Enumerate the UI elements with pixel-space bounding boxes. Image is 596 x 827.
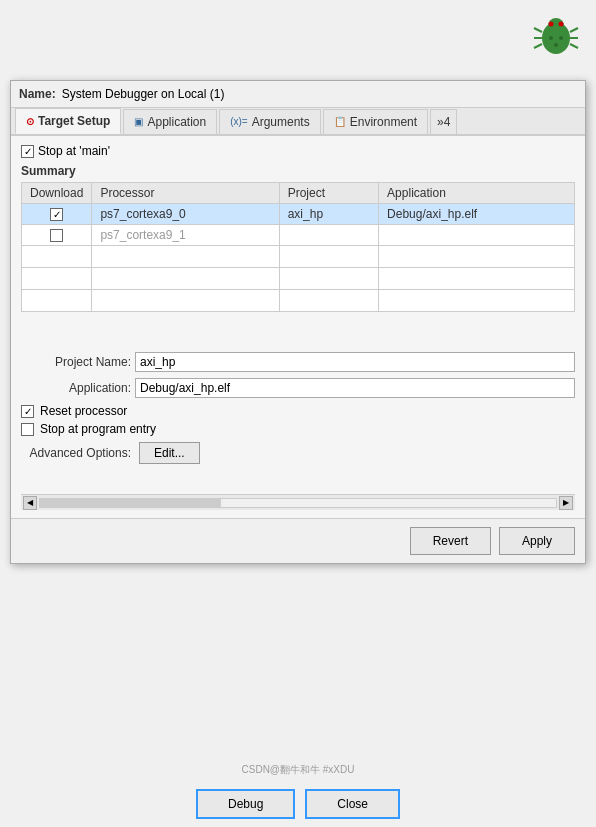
stop-at-main-checkbox[interactable] (21, 145, 34, 158)
tab-arguments[interactable]: (x)= Arguments (219, 109, 321, 134)
row1-processor: ps7_cortexa9_0 (92, 204, 279, 225)
debug-button[interactable]: Debug (196, 789, 295, 819)
svg-line-7 (570, 28, 578, 32)
scroll-left-arrow[interactable]: ◀ (23, 496, 37, 510)
row1-project: axi_hp (279, 204, 378, 225)
name-row: Name: System Debugger on Local (1) (11, 81, 585, 108)
row2-download[interactable] (22, 225, 92, 246)
target-setup-icon: ⊙ (26, 116, 34, 127)
top-logo-area (516, 0, 596, 70)
row2-project (279, 225, 378, 246)
name-field-value: System Debugger on Local (1) (62, 87, 225, 101)
row1-download[interactable] (22, 204, 92, 225)
tab-more[interactable]: »4 (430, 109, 457, 134)
table-header-row: Download Processor Project Application (22, 183, 575, 204)
summary-label: Summary (21, 164, 575, 178)
col-download: Download (22, 183, 92, 204)
row2-processor: ps7_cortexa9_1 (92, 225, 279, 246)
project-name-row: Project Name: (21, 352, 575, 372)
application-tab-icon: ▣ (134, 116, 143, 127)
advanced-options-label: Advanced Options: (21, 446, 131, 460)
svg-line-6 (534, 44, 542, 48)
tab-target-setup[interactable]: ⊙ Target Setup (15, 108, 121, 134)
row2-download-checkbox[interactable] (50, 229, 63, 242)
svg-line-4 (534, 28, 542, 32)
edit-button[interactable]: Edit... (139, 442, 200, 464)
tab-environment[interactable]: 📋 Environment (323, 109, 428, 134)
col-project: Project (279, 183, 378, 204)
stop-at-main-label: Stop at 'main' (38, 144, 110, 158)
stop-program-entry-checkbox[interactable] (21, 423, 34, 436)
stop-program-entry-label: Stop at program entry (40, 422, 156, 436)
revert-button[interactable]: Revert (410, 527, 491, 555)
close-button[interactable]: Close (305, 789, 400, 819)
application-row: Application: (21, 378, 575, 398)
row1-download-checkbox[interactable] (50, 208, 63, 221)
tab-arguments-label: Arguments (252, 115, 310, 129)
table-row[interactable]: ps7_cortexa9_1 (22, 225, 575, 246)
application-input[interactable] (135, 378, 575, 398)
tab-more-label: »4 (437, 115, 450, 129)
project-name-input[interactable] (135, 352, 575, 372)
environment-tab-icon: 📋 (334, 116, 346, 127)
project-name-label: Project Name: (21, 355, 131, 369)
arguments-tab-icon: (x)= (230, 116, 248, 127)
svg-point-10 (549, 36, 553, 40)
summary-table: Download Processor Project Application p… (21, 182, 575, 312)
svg-point-3 (559, 22, 564, 27)
tab-application-label: Application (147, 115, 206, 129)
stop-program-entry-row: Stop at program entry (21, 422, 575, 436)
watermark: CSDN@翻牛和牛 #xXDU (242, 763, 355, 777)
debug-configuration-dialog: Name: System Debugger on Local (1) ⊙ Tar… (10, 80, 586, 564)
summary-table-container: Download Processor Project Application p… (21, 182, 575, 342)
stop-at-main-row: Stop at 'main' (21, 144, 575, 158)
reset-processor-label: Reset processor (40, 404, 127, 418)
reset-processor-row: Reset processor (21, 404, 575, 418)
table-row[interactable]: ps7_cortexa9_0 axi_hp Debug/axi_hp.elf (22, 204, 575, 225)
svg-point-2 (549, 22, 554, 27)
form-section: Project Name: Application: Reset process… (21, 352, 575, 464)
scroll-thumb[interactable] (40, 499, 221, 507)
svg-line-9 (570, 44, 578, 48)
application-label: Application: (21, 381, 131, 395)
scroll-track[interactable] (39, 498, 557, 508)
table-row-empty (22, 290, 575, 312)
tab-target-setup-label: Target Setup (38, 114, 110, 128)
reset-processor-checkbox[interactable] (21, 405, 34, 418)
scroll-right-arrow[interactable]: ▶ (559, 496, 573, 510)
bug-icon (531, 10, 581, 60)
col-application: Application (379, 183, 575, 204)
row1-application: Debug/axi_hp.elf (379, 204, 575, 225)
table-row-empty (22, 268, 575, 290)
svg-point-12 (554, 43, 558, 47)
svg-point-11 (559, 36, 563, 40)
table-row-empty (22, 246, 575, 268)
tab-environment-label: Environment (350, 115, 417, 129)
apply-button[interactable]: Apply (499, 527, 575, 555)
horizontal-scrollbar[interactable]: ◀ ▶ (21, 494, 575, 510)
col-processor: Processor (92, 183, 279, 204)
tab-application[interactable]: ▣ Application (123, 109, 217, 134)
dialog-action-buttons: Revert Apply (11, 518, 585, 563)
name-field-label: Name: (19, 87, 56, 101)
footer-buttons: Debug Close (0, 781, 596, 827)
advanced-options-row: Advanced Options: Edit... (21, 442, 575, 464)
tab-content: Stop at 'main' Summary Download Processo… (11, 136, 585, 518)
tabs-row: ⊙ Target Setup ▣ Application (x)= Argume… (11, 108, 585, 136)
row2-application (379, 225, 575, 246)
